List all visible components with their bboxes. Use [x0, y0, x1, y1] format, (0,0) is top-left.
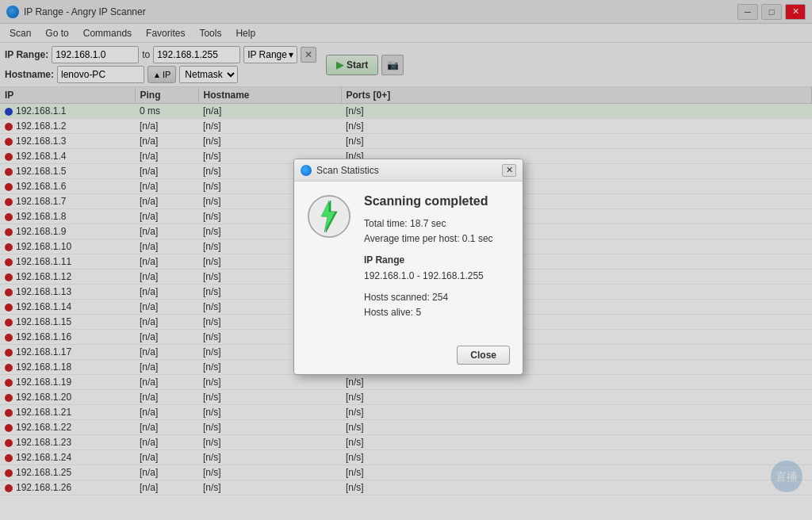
close-dialog-button[interactable]: Close — [457, 346, 510, 365]
hosts-alive-value: 5 — [416, 307, 421, 318]
dialog-content: Scanning completed Total time: 18.7 sec … — [364, 194, 493, 327]
dialog-heading: Scanning completed — [364, 194, 493, 208]
ip-range-value: 192.168.1.0 - 192.168.1.255 — [364, 270, 484, 281]
avg-time-label: Average time per host: — [364, 233, 460, 244]
lightning-icon — [307, 194, 351, 239]
dialog-title-bar: Scan Statistics ✕ — [294, 159, 523, 182]
dialog-stats: Total time: 18.7 sec Average time per ho… — [364, 216, 493, 320]
total-time-value: 18.7 sec — [410, 218, 446, 229]
ip-range-section-label: IP Range — [364, 254, 404, 266]
hosts-alive-label: Hosts alive: — [364, 307, 413, 318]
dialog-footer: Close — [294, 339, 523, 374]
dialog-icon — [301, 165, 312, 176]
scan-statistics-dialog: Scan Statistics ✕ Scanning completed Tot… — [293, 159, 523, 375]
avg-time-value: 0.1 sec — [462, 233, 493, 244]
total-time-label: Total time: — [364, 218, 408, 229]
modal-overlay: Scan Statistics ✕ Scanning completed Tot… — [0, 0, 812, 520]
dialog-title: Scan Statistics — [316, 165, 379, 176]
hosts-scanned-label: Hosts scanned: — [364, 292, 430, 303]
hosts-scanned-value: 254 — [432, 292, 448, 303]
dialog-body: Scanning completed Total time: 18.7 sec … — [294, 182, 523, 339]
dialog-close-x-button[interactable]: ✕ — [502, 164, 516, 177]
